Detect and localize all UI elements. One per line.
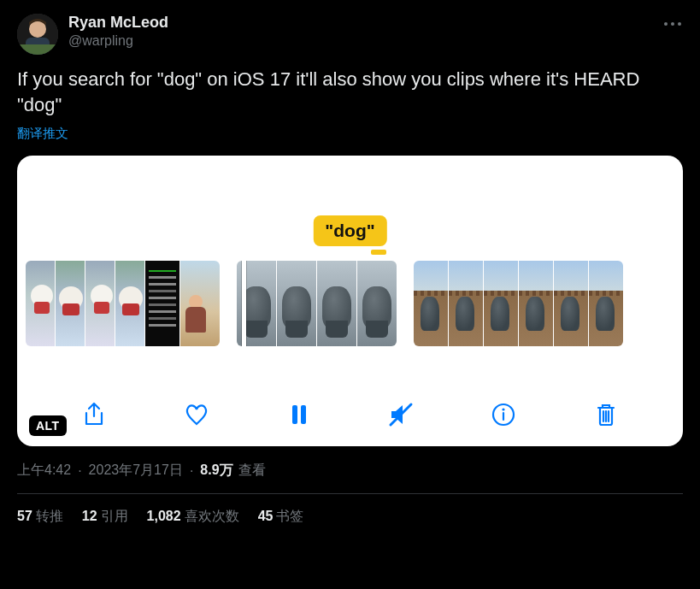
handle[interactable]: @warpling [68, 32, 168, 49]
svg-point-8 [503, 409, 505, 411]
stat-label: 引用 [101, 509, 128, 523]
thumbnail [56, 261, 85, 346]
caption-bubble: "dog" [313, 215, 386, 246]
tweet-date[interactable]: 2023年7月17日 [89, 462, 183, 480]
tweet-text: If you search for "dog" on iOS 17 it'll … [17, 67, 683, 117]
tweet-meta: 上午4:42 2023年7月17日 8.9万 查看 [17, 462, 683, 480]
clip-group-1[interactable] [26, 261, 220, 346]
thumbnail [277, 261, 316, 346]
tweet-header: Ryan McLeod @warpling [17, 14, 683, 55]
stat-label: 书签 [276, 509, 303, 523]
video-timeline[interactable] [17, 258, 683, 348]
media-controls [17, 398, 683, 431]
tweet-container: Ryan McLeod @warpling If you search for … [0, 0, 700, 526]
tweet-stats: 57转推 12引用 1,082喜欢次数 45书签 [17, 508, 683, 526]
retweets-stat[interactable]: 57转推 [17, 508, 63, 526]
thumbnail [26, 261, 55, 346]
caption-marker [371, 250, 386, 255]
thumbnail [589, 261, 623, 346]
thumbnail [484, 261, 518, 346]
likes-stat[interactable]: 1,082喜欢次数 [147, 508, 239, 526]
quotes-stat[interactable]: 12引用 [82, 508, 128, 526]
thumbnail [449, 261, 483, 346]
bookmarks-stat[interactable]: 45书签 [258, 508, 304, 526]
display-name[interactable]: Ryan McLeod [68, 14, 168, 32]
thumbnail [85, 261, 115, 346]
clip-group-3[interactable] [414, 261, 623, 346]
stat-label: 转推 [36, 509, 63, 523]
svg-rect-4 [292, 405, 297, 424]
clip-group-2[interactable] [237, 261, 397, 346]
thumbnail [519, 261, 553, 346]
thumbnail [414, 261, 448, 346]
more-options-icon[interactable] [662, 22, 683, 26]
mute-icon[interactable] [385, 398, 417, 431]
divider [17, 493, 683, 494]
alt-badge[interactable]: ALT [29, 415, 67, 436]
separator [76, 463, 83, 479]
info-icon[interactable] [487, 398, 520, 431]
stat-count: 45 [258, 509, 274, 523]
heart-icon[interactable] [180, 398, 213, 431]
thumbnail [554, 261, 588, 346]
playhead[interactable] [242, 261, 246, 346]
thumbnail [317, 261, 356, 346]
separator [188, 463, 195, 479]
svg-rect-5 [301, 405, 306, 424]
views-count[interactable]: 8.9万 [200, 462, 232, 480]
avatar[interactable] [17, 14, 58, 55]
stat-count: 1,082 [147, 509, 181, 523]
share-icon[interactable] [78, 398, 110, 431]
media-card[interactable]: "dog" [17, 156, 683, 446]
stat-count: 57 [17, 509, 32, 523]
author-names: Ryan McLeod @warpling [68, 14, 168, 49]
trash-icon[interactable] [590, 398, 622, 431]
svg-rect-3 [17, 44, 58, 55]
thumbnail [180, 261, 220, 346]
stat-label: 喜欢次数 [185, 509, 239, 523]
views-label: 查看 [238, 462, 266, 480]
thumbnail [115, 261, 144, 346]
thumbnail [145, 261, 179, 346]
tweet-time[interactable]: 上午4:42 [17, 462, 71, 480]
pause-icon[interactable] [283, 398, 315, 431]
translate-link[interactable]: 翻译推文 [17, 126, 683, 142]
thumbnail [357, 261, 397, 346]
stat-count: 12 [82, 509, 97, 523]
